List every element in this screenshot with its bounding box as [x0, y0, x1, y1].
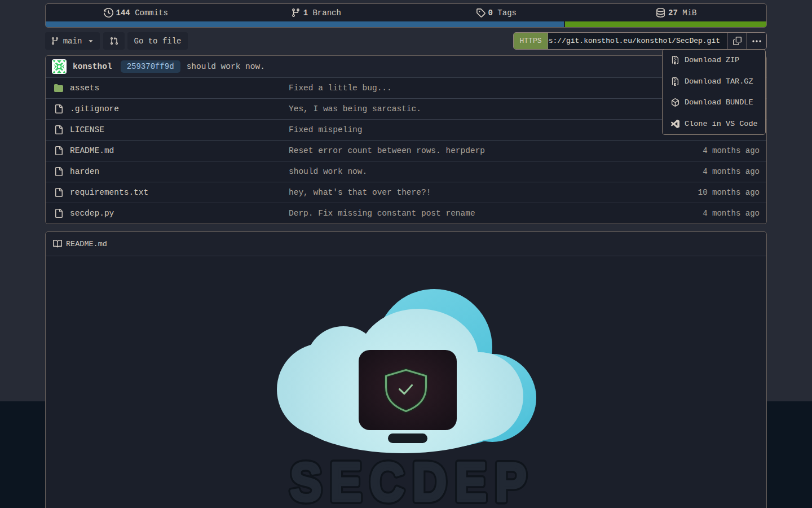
svg-text:SECDEP: SECDEP: [290, 452, 527, 508]
svg-text:SECDEP: SECDEP: [290, 452, 527, 508]
